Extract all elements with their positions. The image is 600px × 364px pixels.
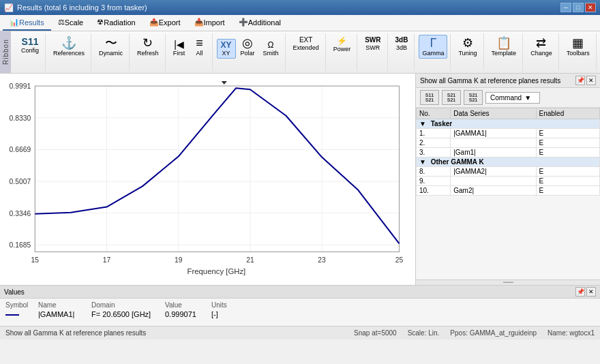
right-panel-controls: 📌 ✕ (575, 76, 596, 85)
dropdown-arrow-icon: ▼ (524, 94, 531, 102)
gamma-button[interactable]: Γ Gamma (419, 35, 447, 59)
smith-label: Smith (263, 50, 279, 57)
swr-btns: SWR SWR (361, 35, 384, 53)
toolbars-label: Toolbars (567, 50, 590, 57)
radiation-tab-label: Radiation (104, 18, 135, 27)
toolbars-button[interactable]: ▦ Toolbars (563, 35, 593, 59)
domain-col-header: Domain (91, 301, 160, 309)
table-row[interactable]: 9. E (417, 177, 600, 186)
table-row[interactable]: 10. Gam2| E (417, 186, 600, 196)
xy-label: XY (222, 50, 230, 57)
svg-text:0.6669: 0.6669 (10, 147, 31, 154)
svg-text:25: 25 (395, 256, 404, 264)
tab-scale[interactable]: ⚖ Scale (51, 15, 91, 31)
smith-button[interactable]: Ω Smith (260, 39, 282, 59)
tab-import[interactable]: 📥 Import (188, 15, 232, 31)
svg-text:0.8330: 0.8330 (10, 115, 31, 122)
panel-pin-button[interactable]: 📌 (575, 76, 585, 85)
power-button[interactable]: ⚡ Power (330, 35, 355, 55)
change-label: Change (530, 50, 552, 57)
panel-resize-handle[interactable]: ━━━ (416, 279, 600, 285)
3db-button[interactable]: 3dB 3dB (392, 35, 412, 53)
values-controls: 📌 ✕ (575, 287, 596, 297)
panel-close-button[interactable]: ✕ (586, 76, 596, 85)
values-value: 0.999071 (165, 310, 206, 318)
ribbon-group-extended: EXT Extended (287, 33, 326, 71)
values-header: Values 📌 ✕ (0, 286, 600, 299)
svg-text:17: 17 (103, 256, 111, 264)
row-series: |Gam1| (451, 148, 536, 157)
s11-param-button[interactable]: S11S21 (420, 90, 439, 105)
right-panel-toolbar: S11S21 S21S21 S21S21 Command ▼ (416, 88, 600, 108)
refresh-icon: ↻ (142, 37, 153, 49)
first-icon: |◀ (174, 40, 184, 49)
row-no: 2. (417, 138, 451, 148)
results-tab-icon: 📊 (10, 18, 19, 27)
table-row[interactable]: 2. E (417, 138, 600, 148)
snap-text: Snap at=5000 (354, 329, 397, 337)
ribbon-group-template: 📋 Template (485, 33, 524, 71)
import-tab-label: Import (204, 18, 225, 27)
row-series: |GAMMA1| (451, 129, 536, 138)
group-expand-icon[interactable]: ▼ (419, 158, 426, 166)
values-content: Symbol Name Domain Value Units |GAMMA1| … (0, 299, 600, 321)
additional-tab-icon: ➕ (239, 18, 248, 27)
tuning-label: Tuning (458, 50, 477, 57)
tab-additional[interactable]: ➕ Additional (232, 15, 288, 31)
window-title: Results (total 6 including 3 from tasker… (17, 3, 147, 12)
group-expand-icon[interactable]: ▼ (419, 120, 426, 127)
s21b-param-button[interactable]: S21S21 (442, 90, 461, 105)
s21b-label: S21S21 (447, 93, 455, 102)
tab-results[interactable]: 📊 Results (3, 15, 51, 31)
table-row[interactable]: 3. |Gam1| E (417, 148, 600, 157)
config-btns: S11 Config (18, 35, 42, 56)
svg-text:0.5007: 0.5007 (10, 178, 31, 185)
template-button[interactable]: 📋 Template (488, 35, 520, 59)
change-button[interactable]: ⇄ Change (527, 35, 556, 59)
xy-button[interactable]: XY XY (217, 39, 236, 59)
group-label: ▼ Other GAMMA K (417, 157, 600, 167)
ppos-text: Ppos: GAMMA_at_rguideinp (450, 329, 537, 337)
row-no: 3. (417, 148, 451, 157)
scale-tab-label: Scale (65, 18, 84, 27)
row-series: |GAMMA2| (451, 167, 536, 177)
change-btns: ⇄ Change (527, 35, 556, 59)
references-button[interactable]: ⚓ References (50, 35, 88, 59)
command-dropdown[interactable]: Command ▼ (485, 92, 540, 104)
refresh-label: Refresh (137, 50, 159, 57)
references-icon: ⚓ (61, 37, 76, 49)
config-button[interactable]: S11 Config (18, 35, 42, 56)
table-row[interactable]: 8. |GAMMA2| E (417, 167, 600, 177)
polar-button[interactable]: ◎ Polar (237, 35, 258, 59)
refresh-button[interactable]: ↻ Refresh (134, 35, 162, 59)
change-icon: ⇄ (536, 37, 546, 49)
tuning-button[interactable]: ⚙ Tuning (455, 35, 480, 59)
ribbon-group-refresh: ↻ Refresh (131, 33, 166, 71)
references-label: References (53, 50, 85, 57)
toolbars-icon: ▦ (572, 37, 584, 49)
dynamic-button[interactable]: 〜 Dynamic (95, 35, 126, 59)
values-close-button[interactable]: ✕ (586, 287, 596, 297)
power-label: Power (333, 46, 351, 52)
close-button[interactable]: ✕ (585, 3, 596, 12)
results-tab-label: Results (19, 18, 44, 27)
first-button[interactable]: |◀ First (170, 37, 189, 59)
units-col-header: Units (211, 301, 232, 309)
swr-button[interactable]: SWR SWR (361, 35, 384, 53)
maximize-button[interactable]: □ (573, 3, 584, 12)
all-button[interactable]: ≡ All (190, 35, 209, 59)
row-no: 1. (417, 129, 451, 138)
row-series: Gam2| (451, 186, 536, 196)
3db-btns: 3dB 3dB (392, 35, 412, 53)
table-row[interactable]: 1. |GAMMA1| E (417, 129, 600, 138)
values-pin-button[interactable]: 📌 (575, 287, 585, 297)
ribbon-group-dynamic: 〜 Dynamic (93, 33, 130, 71)
minimize-button[interactable]: ─ (560, 3, 571, 12)
tab-radiation[interactable]: ☢ Radiation (90, 15, 142, 31)
s21c-param-button[interactable]: S21S21 (464, 90, 483, 105)
tab-export[interactable]: 📤 Export (142, 15, 188, 31)
scale-text: Scale: Lin. (408, 329, 440, 337)
power-btns: ⚡ Power (330, 35, 355, 55)
first-label: First (173, 50, 185, 57)
extended-button[interactable]: EXT Extended (290, 35, 322, 53)
